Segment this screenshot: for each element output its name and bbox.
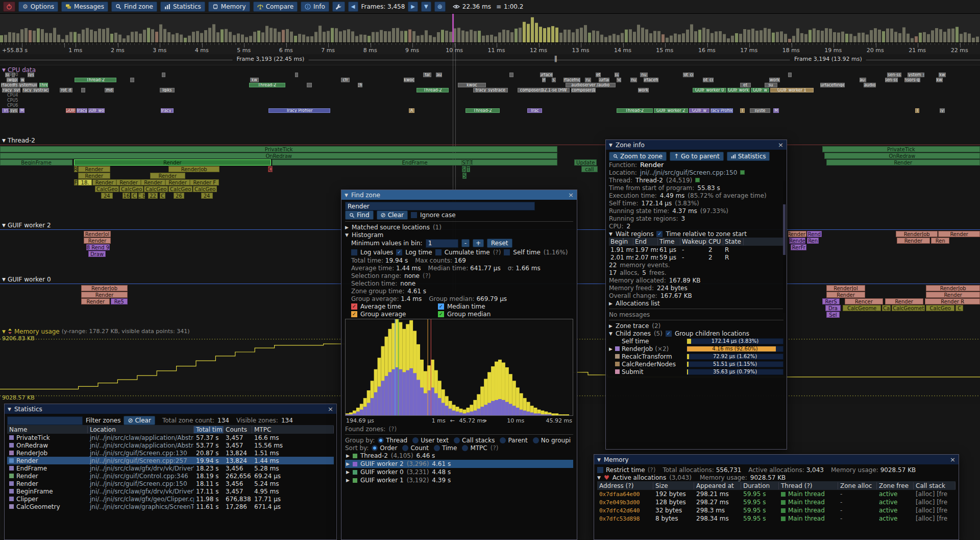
- timeline-zone[interactable]: 24: [101, 193, 113, 199]
- radio-icon[interactable]: [462, 445, 468, 451]
- column-header-name[interactable]: Name: [7, 426, 88, 433]
- cpu-zone[interactable]: sys: [10, 108, 17, 113]
- alloc-callstack-link[interactable]: [alloc]: [916, 515, 935, 522]
- table-row[interactable]: BeginFrame jni/../jni/src/claw/gfx/drv/v…: [7, 487, 334, 495]
- cpu-zone[interactable]: tracy_systrace: [473, 88, 507, 92]
- cpu-zone[interactable]: GUIF worker 2: [654, 108, 688, 113]
- cpu-zone[interactable]: GUIF worker 0: [693, 88, 726, 92]
- radio-icon[interactable]: [412, 437, 419, 443]
- restrict-time-checkbox[interactable]: [597, 467, 603, 473]
- ignore-case-checkbox[interactable]: [411, 212, 417, 218]
- histogram-plot[interactable]: [345, 319, 573, 416]
- allocation-row[interactable]: 0x7dfaa64e00 192 bytes 298.21 ms 59.95 s…: [597, 490, 955, 498]
- alloc-callstack-link[interactable]: [alloc]: [916, 490, 935, 498]
- collapse-icon[interactable]: ▼: [2, 329, 6, 334]
- close-icon[interactable]: ×: [328, 405, 333, 413]
- timeline-zone[interactable]: C: [131, 193, 137, 199]
- timeline-zone[interactable]: Si: [462, 166, 466, 172]
- timeline-zone[interactable]: Render R: [925, 298, 980, 304]
- collapse-icon[interactable]: ▼: [2, 223, 6, 228]
- table-row[interactable]: EndFrame jni/../jni/src/claw/gfx/drv/vk/…: [7, 464, 334, 472]
- tools-button[interactable]: [332, 2, 345, 12]
- matched-locations-row[interactable]: ▶ Matched source locations (1): [345, 223, 573, 231]
- child-zone-row[interactable]: CalcRenderNodes 51.51 µs (1.15%): [609, 360, 783, 368]
- timeline-zone[interactable]: Render: [78, 166, 110, 172]
- alloc-callstack-link[interactable]: [alloc]: [916, 499, 935, 506]
- cpu-zone[interactable]: w: [20, 78, 24, 82]
- timeline-zone[interactable]: CalcGeo: [193, 186, 217, 192]
- timeline-zone[interactable]: CalcGeo: [119, 186, 143, 192]
- legend-checkbox[interactable]: ✓: [351, 303, 357, 310]
- timeline-zone[interactable]: 16: [122, 193, 130, 199]
- cpu-zone[interactable]: Thre: [39, 83, 48, 87]
- timeline-zone[interactable]: Dra: [825, 305, 841, 311]
- frames-row[interactable]: Frame 3,193 (22.45 ms) Frame 3,194 (13.9…: [0, 54, 980, 65]
- timeline-zone[interactable]: R: [74, 166, 78, 172]
- timeline-zone[interactable]: Render: [116, 179, 140, 185]
- timeline-zone[interactable]: Render: [826, 159, 980, 166]
- timeline-zone[interactable]: Rende: [789, 238, 806, 244]
- collapse-icon[interactable]: ▼: [345, 232, 349, 238]
- collapse-icon[interactable]: ▼: [609, 231, 612, 237]
- cpu-zone[interactable]: I: [915, 108, 919, 113]
- timeline-zone[interactable]: C: [160, 193, 166, 199]
- cpu-zone[interactable]: Thread-2: [416, 88, 449, 92]
- find-button[interactable]: Find: [345, 210, 374, 220]
- cpu-zone[interactable]: [162, 73, 166, 77]
- timeline-zone[interactable]: T: [466, 159, 470, 166]
- table-row[interactable]: Clipper jni/../jni/src/claw/gfx/geo/Clip…: [7, 495, 334, 503]
- timeline-zone[interactable]: Update: [574, 159, 597, 166]
- column-header-mtpc[interactable]: MTPC: [252, 426, 334, 433]
- scrollbar[interactable]: [783, 180, 786, 313]
- timeline-zone[interactable]: Render: [938, 231, 980, 237]
- table-row[interactable]: Render jni/../jni/src/guif/Screen.cpp:25…: [7, 457, 334, 464]
- radio-icon[interactable]: [500, 437, 506, 443]
- help-marker[interactable]: (?): [423, 272, 431, 279]
- cpu-zone[interactable]: fal: [423, 73, 431, 77]
- cpu-zone[interactable]: [509, 73, 513, 77]
- cpu-zone[interactable]: kworke: [769, 78, 780, 82]
- timeline-zone[interactable]: Ren: [807, 238, 819, 244]
- cpu-zone[interactable]: tracy_systrace: [22, 88, 49, 92]
- cpu-zone[interactable]: [12, 73, 15, 77]
- thread-color-icon[interactable]: [695, 178, 700, 182]
- timeline-zone[interactable]: Render: [165, 179, 189, 185]
- zoom-to-zone-button[interactable]: Zoom to zone: [609, 152, 667, 161]
- timeline-zone[interactable]: Render: [826, 292, 866, 298]
- cpu-zone[interactable]: Tracy Profiler: [710, 108, 733, 113]
- table-row[interactable]: Render jni/../jni/src/guif/Screen.cpp:15…: [7, 480, 334, 487]
- collapse-icon[interactable]: ▼: [2, 67, 6, 73]
- table-row[interactable]: OnRedraw jni/../jni/src/claw/application…: [7, 441, 334, 449]
- close-icon[interactable]: ×: [778, 141, 783, 149]
- log-time-checkbox[interactable]: ✓: [396, 249, 402, 255]
- cpu-zone[interactable]: au: [436, 73, 442, 77]
- frame-dropdown-button[interactable]: ▼: [421, 2, 431, 12]
- sort-by-option[interactable]: Order: [372, 444, 397, 452]
- cpu-zone[interactable]: no: [617, 78, 622, 82]
- radio-icon[interactable]: [372, 445, 378, 451]
- timeline-zone[interactable]: 26: [174, 193, 184, 199]
- cpu-zone[interactable]: syste: [750, 108, 770, 113]
- radio-icon[interactable]: [434, 445, 440, 451]
- expand-icon[interactable]: ▶: [609, 301, 612, 306]
- cpu-zone[interactable]: Tracy I: [161, 108, 174, 113]
- timeline-zone[interactable]: RenderJob: [896, 231, 938, 237]
- cpu-zone[interactable]: GUIF w: [751, 88, 769, 92]
- cpu-zone[interactable]: lgiks: [160, 88, 175, 92]
- timeline-zone[interactable]: CalcGeo: [144, 186, 168, 192]
- timeline-zone[interactable]: RerS: [822, 298, 840, 304]
- wait-region-row[interactable]: 1.91 ms1.97 ms61 µs -2R: [609, 246, 783, 253]
- cpu-zone[interactable]: composer@: [571, 88, 596, 92]
- find-zone-button[interactable]: Find zone: [111, 2, 157, 12]
- group-by-option[interactable]: Call stacks: [454, 436, 495, 444]
- zone-trace-row[interactable]: ▶ Zone trace (2): [609, 322, 783, 330]
- cpu-zone[interactable]: Trl: [2, 108, 9, 113]
- info-button[interactable]: Info: [301, 2, 329, 12]
- timeline-zone[interactable]: BeginFrame: [0, 159, 72, 166]
- cpu-zone[interactable]: [295, 73, 298, 77]
- cpu-zone[interactable]: GUIF w: [689, 108, 709, 113]
- sort-by-option[interactable]: Count: [402, 444, 429, 452]
- cpu-zone[interactable]: cfr: [341, 78, 350, 82]
- zone-statistics-button[interactable]: Statistics: [727, 152, 770, 161]
- timeline-zone[interactable]: 22: [148, 193, 158, 199]
